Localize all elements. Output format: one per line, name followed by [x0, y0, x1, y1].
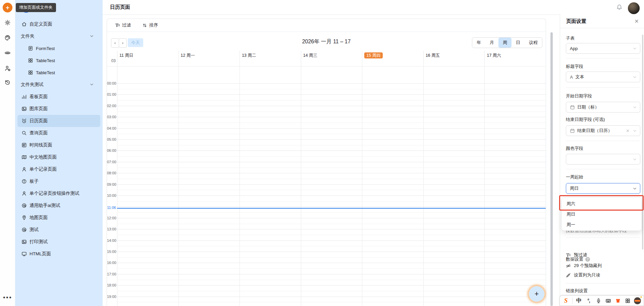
chevron-down-icon[interactable] [90, 82, 94, 87]
chevron-down-icon[interactable] [90, 34, 94, 38]
hour-label: 06:00 [107, 148, 116, 152]
data-setting-label: 预过滤 [574, 252, 587, 258]
sidebar-item-kanban-page[interactable]: 看板页面 [17, 91, 100, 103]
hour-label: 03:00 [107, 115, 116, 119]
skin-theme-icon[interactable] [614, 297, 621, 305]
user-settings-icon[interactable] [4, 65, 11, 72]
sidebar-item-board[interactable]: 板子 [17, 175, 100, 187]
history-icon[interactable] [4, 79, 11, 86]
day-header-row: 11 周日12 周一13 周二14 周三15 周四16 周五17 周六 [117, 51, 546, 66]
title-field-select[interactable]: A 文本 [566, 72, 640, 82]
day-header-cell[interactable]: 11 周日 [117, 51, 178, 66]
sidebar-item-html-page[interactable]: HTML页面 [17, 248, 100, 260]
person-icon [21, 191, 27, 196]
week-start-option-周日[interactable]: 周日 [562, 209, 641, 219]
sidebar-item-timeline-page[interactable]: 时间线页面 [17, 139, 100, 151]
start-date-select[interactable]: 日期（标） [566, 102, 640, 113]
half-hour-line [117, 134, 546, 134]
current-time-label: 11:06 [107, 206, 116, 210]
icon-rail: + ●●● [0, 0, 15, 306]
punctuation-mode-icon[interactable]: °, [585, 297, 592, 305]
hour-label: 01:00 [107, 92, 116, 96]
sogou-logo-icon[interactable]: S [562, 297, 569, 305]
input-mode-chinese-icon[interactable]: 中 [576, 297, 582, 305]
day-header-cell[interactable]: 16 周五 [423, 51, 485, 66]
sidebar-item-label: 地图页面 [30, 215, 48, 221]
avatar[interactable] [628, 2, 640, 14]
app-window: + ●●● 自定义页面文件夹FormTestTableTestTableTest… [0, 0, 644, 306]
panel-title: 页面设置 [566, 14, 586, 28]
add-page-button[interactable]: + [3, 3, 12, 12]
image-icon [21, 106, 27, 112]
week-start-select[interactable]: 周日 [566, 183, 640, 194]
sidebar-item-folder-test[interactable]: 文件夹测试 [17, 79, 100, 91]
sidebar-item-print-test[interactable]: 打印测试 [17, 236, 100, 248]
half-hour-line [117, 235, 546, 235]
sidebar-item-query-page[interactable]: 查询页面 [17, 127, 100, 139]
subtable-select[interactable]: App [566, 43, 640, 54]
week-start-option-周六[interactable]: 周六 [562, 199, 641, 209]
sidebar-item-assistant-ai-test[interactable]: 通用助手ai测试 [17, 200, 100, 212]
palette-icon[interactable] [4, 35, 11, 41]
data-setting-0[interactable]: 预过滤 [566, 252, 587, 258]
toolbox-grid-icon[interactable] [624, 297, 631, 305]
smart-emoji-icon[interactable] [634, 297, 641, 305]
virtual-keyboard-icon[interactable] [605, 297, 611, 305]
end-date-select[interactable]: 结束日期（日历） ✕ [566, 125, 640, 136]
sidebar-item-gallery-page[interactable]: 图库页面 [17, 103, 100, 115]
add-record-button[interactable]: + [529, 286, 544, 302]
data-setting-label: 设置列为只读 [574, 272, 600, 278]
microphone-icon[interactable] [595, 297, 602, 305]
toolbox-grid-glyph [625, 298, 631, 304]
sidebar-item-tabletest-2[interactable]: TableTest [17, 67, 100, 79]
title-field-value: 文本 [575, 74, 584, 80]
color-field-select[interactable] [566, 154, 640, 165]
more-dots-icon[interactable]: ●●● [0, 295, 15, 300]
sidebar-item-map-page[interactable]: 地图页面 [17, 212, 100, 224]
sidebar-item-cn-map-page[interactable]: 中文地图页面 [17, 151, 100, 163]
gear-icon[interactable] [4, 19, 11, 26]
day-label: 12 周一 [181, 53, 195, 58]
hour-line [117, 263, 546, 263]
hour-line [117, 241, 546, 241]
day-header-cell[interactable]: 17 周六 [484, 51, 546, 66]
data-setting-2[interactable]: 设置列为只读 [566, 272, 600, 278]
at-icon [21, 203, 27, 208]
sidebar-item-calendar-page[interactable]: 日历页面 [17, 115, 100, 127]
hour-label: 15:00 [107, 250, 116, 254]
calendar-scrollbar[interactable] [550, 32, 553, 306]
day-header-cell[interactable]: 13 周二 [239, 51, 301, 66]
hour-line [117, 162, 546, 162]
sidebar-item-formtest[interactable]: FormTest [17, 42, 100, 54]
form-icon [28, 46, 33, 51]
sidebar-item-label: 自定义页面 [30, 21, 52, 27]
notification-bell-icon[interactable] [616, 4, 623, 10]
map-pin-icon [21, 215, 27, 220]
clear-icon[interactable]: ✕ [625, 128, 630, 133]
sidebar-item-single-record-page[interactable]: 单个记录页面 [17, 163, 100, 175]
chevron-down-icon [633, 105, 637, 110]
panel-scrollbar[interactable] [642, 35, 643, 250]
hour-line [117, 285, 546, 286]
sidebar-item-custom-page[interactable]: 自定义页面 [17, 18, 100, 30]
eye-icon[interactable] [4, 50, 11, 56]
sidebar-item-single-record-button-test[interactable]: 单个记录页按钮操作测试 [17, 187, 100, 200]
hour-line [117, 207, 546, 207]
sidebar-item-folder[interactable]: 文件夹 [17, 30, 100, 42]
day-label: 17 周六 [487, 53, 501, 58]
close-icon[interactable]: ✕ [633, 18, 640, 25]
week-start-option-周一[interactable]: 周一 [562, 219, 641, 230]
half-hour-line [117, 89, 546, 89]
data-setting-1[interactable]: 29 个预隐藏列 [566, 263, 602, 269]
header-separator [107, 66, 546, 67]
sidebar-item-label: 板子 [30, 178, 39, 184]
day-label: 11 周日 [119, 53, 133, 58]
day-header-cell[interactable]: 12 周一 [178, 51, 240, 66]
page-settings-panel: 页面设置 ✕ 子表 App 标题字段 A 文本 开始日期字段 日期（标） 结束日… [560, 14, 644, 306]
calendar-icon [570, 128, 575, 133]
hour-label: 09:00 [107, 182, 116, 186]
sidebar-item-test[interactable]: 测试 [17, 224, 100, 236]
sidebar-item-tabletest-1[interactable]: TableTest [17, 54, 100, 67]
day-header-cell[interactable]: 14 周三 [301, 51, 362, 66]
day-header-cell[interactable]: 15 周四 [362, 51, 423, 66]
